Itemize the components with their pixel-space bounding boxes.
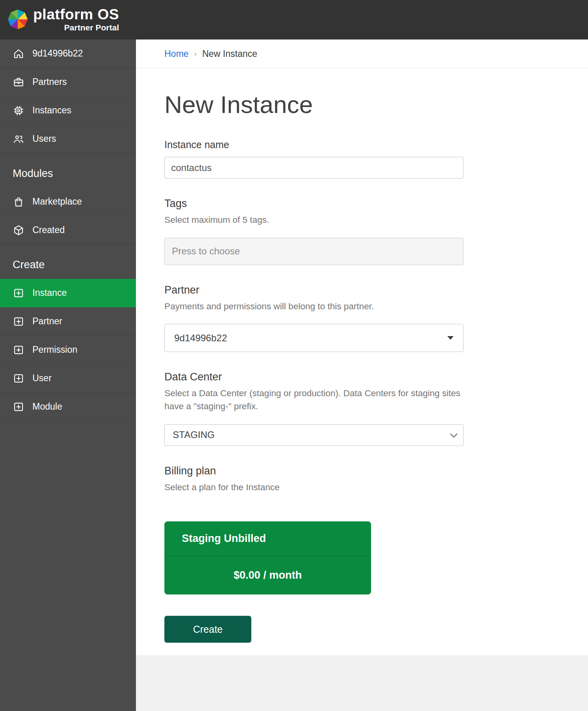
- data-center-helper: Select a Data Center (staging or product…: [164, 387, 465, 413]
- sidebar-item-label: Users: [32, 134, 56, 144]
- data-center-select[interactable]: STAGING: [164, 424, 464, 446]
- sidebar-item-partners[interactable]: Partners: [0, 68, 136, 96]
- bag-icon: [13, 196, 24, 208]
- platformos-logo[interactable]: platform OS Partner Portal: [7, 7, 119, 33]
- sidebar-item-create-user[interactable]: User: [0, 364, 136, 393]
- sidebar-item-partner-home[interactable]: 9d14996b22: [0, 40, 136, 68]
- instance-name-label: Instance name: [164, 139, 560, 150]
- partner-helper: Payments and permissions will belong to …: [164, 300, 465, 313]
- plus-square-icon: [13, 316, 24, 327]
- briefcase-icon: [13, 76, 24, 88]
- sidebar-item-label: Partner: [32, 316, 62, 327]
- create-button[interactable]: Create: [164, 616, 251, 643]
- sidebar-section-modules: Modules: [0, 153, 136, 188]
- sidebar-item-label: User: [32, 373, 52, 384]
- app-window: platform OS Partner Portal 9d14996b22 Pa…: [0, 0, 588, 711]
- breadcrumb-home-link[interactable]: Home: [164, 49, 188, 59]
- partner-group: Partner Payments and permissions will be…: [164, 284, 560, 352]
- logo-subtitle: Partner Portal: [64, 23, 119, 32]
- billing-plan-price: $0.00 / month: [164, 556, 371, 594]
- chip-icon: [13, 105, 24, 117]
- billing-label: Billing plan: [164, 465, 560, 477]
- sidebar-item-label: Permission: [32, 344, 77, 355]
- sidebar-item-label: Partners: [32, 77, 67, 87]
- tags-group: Tags Select maximum of 5 tags.: [164, 198, 560, 265]
- home-icon: [13, 48, 24, 60]
- sidebar-section-create: Create: [0, 245, 136, 279]
- data-center-select-value: STAGING: [173, 429, 215, 440]
- sidebar-item-label: Created: [32, 225, 65, 235]
- plus-square-icon: [13, 401, 24, 413]
- sidebar-item-label: Instance: [32, 288, 67, 298]
- data-center-label: Data Center: [164, 371, 560, 383]
- sidebar-item-create-instance[interactable]: Instance: [0, 279, 136, 307]
- sidebar-item-create-module[interactable]: Module: [0, 393, 136, 421]
- logo-title: platform OS: [33, 7, 119, 23]
- sidebar-item-marketplace[interactable]: Marketplace: [0, 188, 136, 216]
- billing-plan-card[interactable]: Staging Unbilled $0.00 / month: [164, 521, 371, 594]
- tags-input[interactable]: [164, 238, 464, 265]
- sidebar-item-create-permission[interactable]: Permission: [0, 336, 136, 364]
- plus-square-icon: [13, 287, 24, 299]
- tags-label: Tags: [164, 198, 560, 210]
- sidebar-item-users[interactable]: Users: [0, 125, 136, 153]
- sidebar-item-label: Instances: [32, 105, 71, 116]
- main-content: Home › New Instance New Instance Instanc…: [136, 40, 588, 711]
- plus-square-icon: [13, 344, 24, 356]
- sidebar-item-label: Module: [32, 401, 62, 412]
- platformos-logo-icon: [7, 9, 28, 30]
- breadcrumb-separator: ›: [194, 49, 196, 58]
- users-icon: [13, 133, 24, 145]
- billing-plan-name: Staging Unbilled: [164, 521, 371, 556]
- sidebar-item-instances[interactable]: Instances: [0, 96, 136, 125]
- instance-name-group: Instance name: [164, 139, 560, 179]
- plus-square-icon: [13, 372, 24, 384]
- partner-select-value: 9d14996b22: [174, 333, 227, 344]
- caret-down-icon: [447, 336, 454, 340]
- footer-area: [136, 655, 588, 711]
- billing-helper: Select a plan for the Instance: [164, 481, 465, 494]
- sidebar-item-create-partner[interactable]: Partner: [0, 307, 136, 336]
- instance-name-input[interactable]: [164, 157, 464, 179]
- box-icon: [13, 224, 24, 236]
- sidebar-item-label: Marketplace: [32, 196, 82, 207]
- top-bar: platform OS Partner Portal: [0, 0, 588, 40]
- chevron-down-icon: [450, 430, 457, 437]
- breadcrumb: Home › New Instance: [136, 40, 588, 68]
- partner-label: Partner: [164, 284, 560, 296]
- billing-group: Billing plan Select a plan for the Insta…: [164, 465, 560, 595]
- sidebar-item-created[interactable]: Created: [0, 216, 136, 245]
- data-center-group: Data Center Select a Data Center (stagin…: [164, 371, 560, 446]
- partner-select[interactable]: 9d14996b22: [164, 324, 464, 352]
- breadcrumb-current: New Instance: [202, 49, 257, 59]
- sidebar: 9d14996b22 Partners Instances Users: [0, 40, 136, 711]
- tags-helper: Select maximum of 5 tags.: [164, 214, 465, 227]
- page-title: New Instance: [164, 90, 560, 118]
- sidebar-item-label: 9d14996b22: [32, 48, 83, 59]
